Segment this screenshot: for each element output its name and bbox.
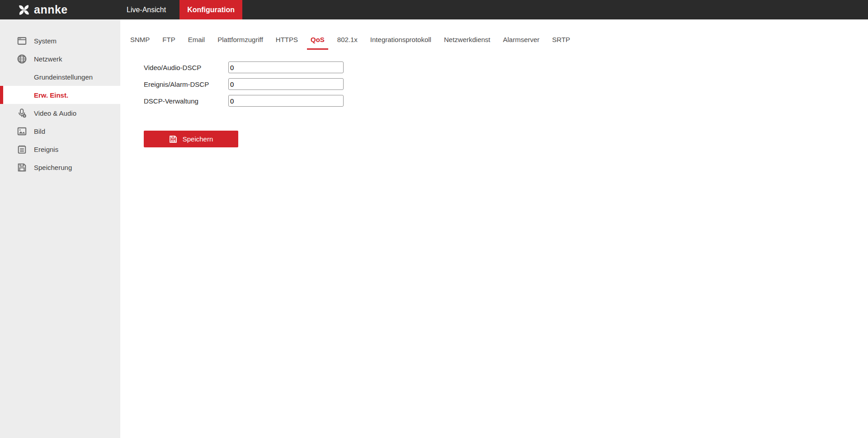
microphone-icon (17, 108, 27, 118)
sidebar: System Netzwerk Grundeinstellungen Erw. … (0, 19, 120, 438)
sidebar-item-label: Bild (34, 127, 45, 135)
top-nav: Live-Ansicht Konfiguration (113, 0, 242, 19)
video-audio-dscp-label: Video/Audio-DSCP (144, 64, 228, 71)
sidebar-item-label: Netzwerk (34, 55, 62, 63)
top-tab-live-ansicht[interactable]: Live-Ansicht (113, 0, 179, 19)
dscp-verwaltung-input[interactable] (228, 95, 344, 107)
ereignis-alarm-dscp-label: Ereignis/Alarm-DSCP (144, 80, 228, 88)
tab-netzwerkdienst[interactable]: Netzwerkdienst (438, 33, 497, 50)
sidebar-item-video-audio[interactable]: Video & Audio (0, 104, 120, 122)
annke-logo: annke (17, 0, 68, 19)
annke-pinwheel-icon (17, 3, 31, 17)
dscp-verwaltung-label: DSCP-Verwaltung (144, 97, 228, 105)
tab-integrationsprotokoll[interactable]: Integrationsprotokoll (364, 33, 438, 50)
topbar: annke Live-Ansicht Konfiguration (0, 0, 868, 19)
floppy-disk-icon (17, 163, 27, 172)
sidebar-item-label: Erw. Einst. (34, 91, 68, 99)
qos-form: Video/Audio-DSCP Ereignis/Alarm-DSCP DSC… (144, 61, 868, 107)
tab-qos[interactable]: QoS (304, 33, 331, 50)
sidebar-item-erw-einst[interactable]: Erw. Einst. (0, 86, 120, 104)
tab-alarmserver[interactable]: Alarmserver (497, 33, 546, 50)
sidebar-item-bild[interactable]: Bild (0, 122, 120, 140)
ereignis-alarm-dscp-input[interactable] (228, 78, 344, 90)
settings-tabs: SNMP FTP Email Plattformzugriff HTTPS Qo… (124, 33, 868, 50)
sidebar-item-grundeinstellungen[interactable]: Grundeinstellungen (0, 68, 120, 86)
form-row-video-audio-dscp: Video/Audio-DSCP (144, 61, 868, 73)
logo-text: annke (34, 3, 68, 16)
save-floppy-icon (169, 135, 177, 143)
sidebar-item-label: Ereignis (34, 146, 58, 153)
sidebar-item-ereignis[interactable]: Ereignis (0, 140, 120, 158)
event-notepad-icon (17, 145, 27, 154)
sidebar-item-label: Speicherung (34, 164, 72, 171)
globe-icon (17, 54, 27, 64)
sidebar-item-label: Video & Audio (34, 109, 76, 117)
save-button-label: Speichern (183, 135, 213, 143)
sidebar-item-speicherung[interactable]: Speicherung (0, 158, 120, 176)
tab-ftp[interactable]: FTP (156, 33, 181, 50)
tab-8021x[interactable]: 802.1x (331, 33, 364, 50)
form-row-dscp-verwaltung: DSCP-Verwaltung (144, 95, 868, 107)
window-icon (17, 36, 27, 46)
tab-snmp[interactable]: SNMP (124, 33, 156, 50)
image-icon (17, 127, 27, 136)
sidebar-item-netzwerk[interactable]: Netzwerk (0, 50, 120, 68)
top-tab-konfiguration[interactable]: Konfiguration (179, 0, 242, 19)
sidebar-item-system[interactable]: System (0, 32, 120, 50)
tab-plattformzugriff[interactable]: Plattformzugriff (211, 33, 269, 50)
tab-srtp[interactable]: SRTP (546, 33, 576, 50)
sidebar-item-label: Grundeinstellungen (34, 73, 93, 81)
save-button[interactable]: Speichern (144, 131, 238, 147)
form-row-ereignis-alarm-dscp: Ereignis/Alarm-DSCP (144, 78, 868, 90)
video-audio-dscp-input[interactable] (228, 61, 344, 73)
tab-https[interactable]: HTTPS (269, 33, 304, 50)
main-content: SNMP FTP Email Plattformzugriff HTTPS Qo… (120, 19, 868, 438)
sidebar-item-label: System (34, 37, 57, 45)
tab-email[interactable]: Email (182, 33, 212, 50)
